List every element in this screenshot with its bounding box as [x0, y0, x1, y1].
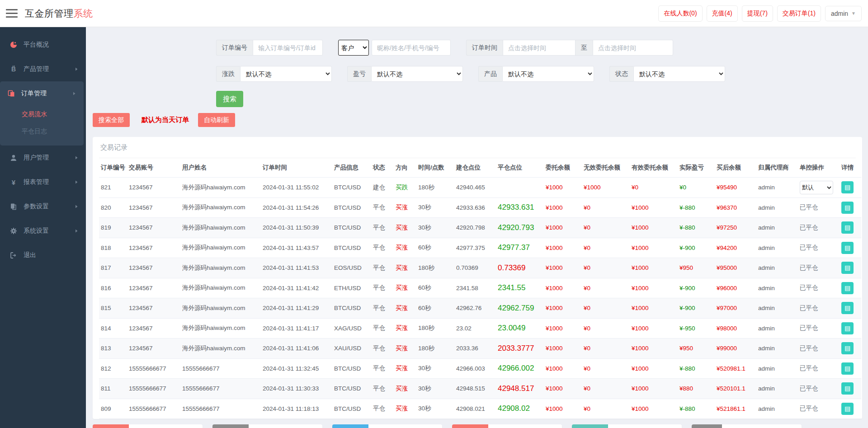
summary-stat-label: 订单数量 — [212, 424, 249, 428]
entrust-value: ¥1000 — [546, 365, 563, 372]
sidebar-item-bitcoin[interactable]: B产品管理 — [0, 57, 86, 81]
after_balance-value: ¥520981.1 — [717, 365, 745, 372]
updown-select[interactable]: 默认不选 — [240, 66, 332, 82]
customer-input[interactable] — [372, 40, 451, 56]
bitcoin-icon: B — [9, 66, 18, 73]
cell-detail: ▤ — [840, 198, 861, 218]
cell-duration: 60秒 — [416, 278, 454, 298]
profit-value: ¥880 — [679, 385, 693, 392]
sidebar-subitem[interactable]: 平仓日志 — [0, 123, 84, 140]
detail-button[interactable]: ▤ — [841, 382, 854, 395]
cell-product: BTC/USD — [332, 358, 371, 379]
detail-button[interactable]: ▤ — [841, 403, 854, 415]
customer-type-select[interactable]: 客户 — [338, 40, 369, 56]
cell-control: 已平仓 — [798, 278, 840, 298]
sidebar-item-user[interactable]: 用户管理 — [0, 146, 86, 170]
sidebar-item-orders[interactable]: 订单管理 — [0, 81, 84, 106]
cell-product: XAU/USD — [332, 339, 371, 359]
cell-entrust: ¥1000 — [544, 258, 582, 278]
cell-after_balance: ¥97250 — [715, 218, 756, 238]
product-select[interactable]: 默认不选 — [502, 66, 594, 82]
sidebar-item-logout[interactable]: 退出 — [0, 243, 86, 268]
cell-duration: 30秒 — [416, 399, 454, 419]
detail-button[interactable]: ▤ — [841, 242, 854, 254]
cell-invalid_entrust: ¥0 — [582, 198, 630, 218]
cell-close_point: 42948.517 — [496, 379, 544, 399]
order-no-input[interactable] — [253, 40, 323, 56]
cell-agent: admin — [756, 379, 798, 399]
cell-entrust: ¥1000 — [544, 178, 582, 198]
detail-button[interactable]: ▤ — [841, 362, 854, 375]
header-stat-button[interactable]: 在线人数(0) — [658, 5, 702, 22]
cell-username: 海外源码haiwaiym.com — [180, 178, 261, 198]
trade-records-table: 订单编号交易账号用户姓名订单时间产品信息状态方向时间/点数建仓点位平仓点位委托余… — [99, 158, 861, 419]
after_balance-value: ¥97000 — [717, 305, 737, 311]
cell-time: 2024-01-31 11:18:13 — [261, 399, 332, 419]
cell-agent: admin — [756, 218, 798, 238]
column-header-username: 用户姓名 — [180, 158, 261, 178]
after_balance-value: ¥96370 — [717, 204, 737, 211]
auto-refresh-button[interactable]: 自动刷新 — [198, 113, 235, 127]
header-right: 在线人数(0)充值(4)提现(7)交易订单(1) admin ▼ — [658, 5, 862, 22]
time-to-input[interactable] — [593, 40, 673, 56]
sidebar-item-yen[interactable]: ¥报表管理 — [0, 170, 86, 194]
cell-control: 已平仓 — [798, 218, 840, 238]
sidebar-item-dashboard[interactable]: 平台概况 — [0, 33, 86, 57]
sidebar-subitem[interactable]: 交易流水 — [0, 106, 84, 123]
cell-username: 海外源码haiwaiym.com — [180, 339, 261, 359]
order-time-group: 订单时间 至 — [466, 40, 673, 56]
control-status-text: 已平仓 — [800, 365, 818, 372]
profit-value: ¥-880 — [679, 204, 695, 211]
detail-button[interactable]: ▤ — [841, 202, 854, 214]
close-point-value: 42977.37 — [498, 243, 530, 252]
cell-username: 海外源码haiwaiym.com — [180, 218, 261, 238]
admin-dropdown[interactable]: admin ▼ — [825, 6, 862, 21]
cell-time: 2024-01-31 11:50:39 — [261, 218, 332, 238]
cell-status: 平仓 — [371, 278, 394, 298]
detail-button[interactable]: ▤ — [841, 302, 854, 314]
detail-button[interactable]: ▤ — [841, 262, 854, 274]
cell-close_point: 42977.37 — [496, 238, 544, 258]
detail-button[interactable]: ▤ — [841, 322, 854, 334]
cell-after_balance: ¥520101.1 — [715, 379, 756, 399]
cell-profit: ¥-880 — [678, 399, 715, 419]
status-select[interactable]: 默认不选 — [633, 66, 725, 82]
direction-value: 买涨 — [396, 405, 408, 412]
close-point-value: 42908.02 — [498, 404, 530, 413]
cell-product: ETH/USD — [332, 278, 371, 298]
search-button[interactable]: 搜索 — [216, 91, 243, 107]
search-all-button[interactable]: 搜索全部 — [93, 113, 130, 127]
filter-row-1: 订单编号 客户 订单时间 至 — [216, 40, 862, 56]
close-point-value: 0.73369 — [498, 263, 525, 272]
cell-control: 默认 — [798, 178, 840, 198]
cell-account: 1234567 — [127, 318, 180, 339]
time-from-input[interactable] — [503, 40, 575, 56]
header-stat-button[interactable]: 交易订单(1) — [777, 5, 821, 22]
header-stat-button[interactable]: 充值(4) — [707, 5, 738, 22]
entrust-value: ¥1000 — [546, 264, 563, 271]
header-stat-button[interactable]: 提现(7) — [742, 5, 773, 22]
cell-entrust: ¥1000 — [544, 318, 582, 339]
column-header-duration: 时间/点数 — [416, 158, 454, 178]
column-header-agent: 归属代理商 — [756, 158, 798, 178]
table-row: 8141234567海外源码haiwaiym.com2024-01-31 11:… — [99, 318, 861, 339]
cell-time: 2024-01-31 11:41:17 — [261, 318, 332, 339]
cell-invalid_entrust: ¥0 — [582, 218, 630, 238]
cell-detail: ▤ — [840, 218, 861, 238]
close-point-value: 42966.002 — [498, 364, 534, 372]
detail-button[interactable]: ▤ — [841, 282, 854, 294]
sidebar-item-params[interactable]: 参数设置 — [0, 194, 86, 219]
cell-username: 海外源码haiwaiym.com — [180, 238, 261, 258]
chevron-down-icon: ▼ — [851, 11, 856, 16]
detail-button[interactable]: ▤ — [841, 342, 854, 354]
profit-loss-select[interactable]: 默认不选 — [371, 66, 463, 82]
invalid_entrust-value: ¥0 — [584, 405, 590, 412]
single-control-select[interactable]: 默认 — [800, 181, 833, 194]
hamburger-menu-icon[interactable] — [6, 9, 18, 18]
sidebar-item-gear[interactable]: 系统设置 — [0, 219, 86, 243]
column-header-detail: 详情 — [840, 158, 861, 178]
close-point-value: 2033.3777 — [498, 344, 534, 353]
direction-value: 买涨 — [396, 224, 408, 231]
detail-button[interactable]: ▤ — [841, 221, 854, 234]
detail-button[interactable]: ▤ — [841, 181, 854, 193]
